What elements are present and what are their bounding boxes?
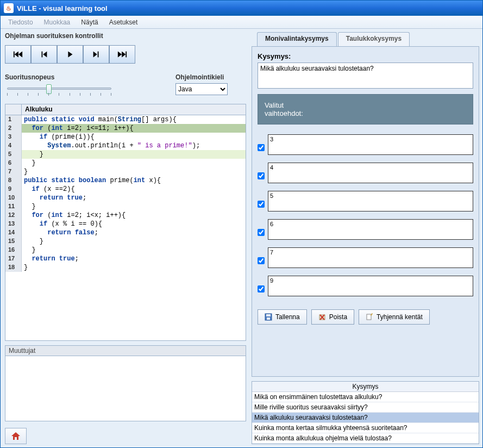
- clear-icon: [366, 313, 373, 321]
- choice-input[interactable]: 3: [268, 134, 473, 155]
- question-list-header: Kysymys: [252, 382, 479, 392]
- choice-row: 3: [258, 134, 473, 155]
- code-line[interactable]: 15 }: [5, 237, 246, 246]
- question-list-item[interactable]: Mikä alkuluku seuraavaksi tulostetaan?: [252, 413, 479, 423]
- svg-rect-14: [267, 318, 270, 320]
- tab-taulukko[interactable]: Taulukkokysymys: [338, 32, 410, 46]
- svg-rect-10: [126, 52, 127, 58]
- rewind-start-button[interactable]: [5, 45, 31, 64]
- choice-checkbox[interactable]: [258, 285, 265, 293]
- variables-panel: [5, 356, 246, 421]
- svg-marker-9: [122, 52, 126, 58]
- svg-rect-0: [14, 52, 15, 58]
- code-line[interactable]: 11 }: [5, 202, 246, 211]
- code-line[interactable]: 6 }: [5, 159, 246, 167]
- menubar: Tiedosto Muokkaa Näytä Asetukset: [1, 16, 482, 29]
- code-line[interactable]: 4 System.out.println(i + " is a prime!")…: [5, 141, 246, 150]
- choice-input[interactable]: 7: [268, 247, 473, 268]
- question-list-item[interactable]: Kuinka monta alkulukua ohjelma vielä tul…: [252, 433, 479, 444]
- svg-rect-7: [98, 52, 99, 58]
- code-line[interactable]: 12 for (int i=2; i<x; i++){: [5, 211, 246, 220]
- question-list-item[interactable]: Mikä on ensimmäinen tulostettava alkuluk…: [252, 392, 479, 402]
- question-list: Kysymys Mikä on ensimmäinen tulostettava…: [252, 381, 479, 444]
- code-panel: Alkuluku 1public static void main(String…: [5, 104, 246, 341]
- step-back-button[interactable]: [31, 45, 57, 64]
- code-line[interactable]: 18}: [5, 263, 246, 272]
- code-line[interactable]: 5 }: [5, 150, 246, 159]
- choice-row: 6: [258, 219, 473, 240]
- code-line[interactable]: 2 for (int i=2; i<=11; i++){: [5, 124, 246, 133]
- delete-button[interactable]: Poista: [311, 309, 354, 325]
- variables-title: Muuttujat: [5, 345, 246, 356]
- svg-marker-4: [43, 52, 47, 58]
- menu-nayta[interactable]: Näytä: [76, 17, 103, 27]
- choice-checkbox[interactable]: [258, 257, 265, 264]
- lang-label: Ohjelmointikieli: [175, 73, 246, 81]
- svg-marker-8: [118, 52, 122, 58]
- play-button[interactable]: [57, 45, 83, 64]
- code-body[interactable]: 1public static void main(String[] args){…: [5, 115, 246, 340]
- svg-marker-5: [68, 52, 72, 58]
- home-button[interactable]: [5, 428, 27, 444]
- choices-header: Valitut vaihtoehdot:: [258, 94, 473, 125]
- playback-controls: [5, 45, 246, 64]
- delete-icon: [318, 313, 326, 321]
- code-line[interactable]: 16 }: [5, 246, 246, 254]
- code-line[interactable]: 3 if (prime(i)){: [5, 133, 246, 141]
- code-line[interactable]: 9 if (x ==2){: [5, 185, 246, 194]
- code-line[interactable]: 10 return true;: [5, 194, 246, 202]
- code-line[interactable]: 7}: [5, 167, 246, 176]
- controls-title: Ohjelman suorituksen kontrollit: [5, 32, 246, 40]
- java-icon: ♨: [4, 3, 14, 13]
- choice-input[interactable]: 5: [268, 191, 473, 211]
- choice-row: 5: [258, 191, 473, 211]
- code-line[interactable]: 14 return false;: [5, 228, 246, 237]
- choice-checkbox[interactable]: [258, 144, 265, 151]
- svg-rect-13: [266, 314, 271, 316]
- code-line[interactable]: 17 return true;: [5, 254, 246, 263]
- question-panel: Kysymys: Mikä alkuluku seuraavaksi tulos…: [252, 46, 479, 377]
- choice-checkbox[interactable]: [258, 229, 265, 236]
- menu-tiedosto[interactable]: Tiedosto: [3, 17, 39, 27]
- choice-checkbox[interactable]: [258, 172, 265, 179]
- choice-input[interactable]: 9: [268, 276, 473, 296]
- question-list-item[interactable]: Mille riville suoritus seuraavaksi siirt…: [252, 402, 479, 413]
- choice-row: 9: [258, 276, 473, 296]
- question-list-item[interactable]: Kuinka monta kertaa silmukka yhteensä su…: [252, 423, 479, 433]
- window-title: ViLLE - visual learning tool: [17, 4, 108, 13]
- svg-marker-11: [11, 432, 20, 440]
- save-icon: [265, 313, 272, 321]
- code-line[interactable]: 13 if (x % i == 0){: [5, 220, 246, 228]
- svg-rect-3: [42, 52, 43, 58]
- home-icon: [11, 432, 20, 440]
- choice-input[interactable]: 6: [268, 219, 473, 240]
- svg-rect-18: [367, 314, 371, 320]
- code-title: Alkuluku: [22, 104, 246, 115]
- titlebar: ♨ ViLLE - visual learning tool: [1, 1, 482, 16]
- question-label: Kysymys:: [258, 52, 473, 60]
- forward-end-button[interactable]: [109, 45, 135, 64]
- step-forward-button[interactable]: [83, 45, 109, 64]
- menu-asetukset[interactable]: Asetukset: [104, 17, 143, 27]
- save-button[interactable]: Tallenna: [258, 309, 307, 325]
- choice-input[interactable]: 4: [268, 163, 473, 183]
- svg-marker-6: [93, 52, 97, 58]
- svg-marker-1: [15, 52, 18, 58]
- choice-row: 4: [258, 163, 473, 183]
- code-line[interactable]: 8public static boolean prime(int x){: [5, 176, 246, 185]
- menu-muokkaa[interactable]: Muokkaa: [39, 17, 76, 27]
- choice-row: 7: [258, 247, 473, 268]
- clear-button[interactable]: Tyhjennä kentät: [359, 309, 430, 325]
- code-line[interactable]: 1public static void main(String[] args){: [5, 115, 246, 124]
- choice-checkbox[interactable]: [258, 201, 265, 208]
- speed-label: Suoritusnopeus: [5, 73, 148, 81]
- svg-marker-2: [18, 52, 22, 58]
- tab-monivalinta[interactable]: Monivalintakysymys: [257, 32, 337, 46]
- question-text[interactable]: Mikä alkuluku seuraavaksi tulostetaan?: [258, 63, 473, 89]
- speed-slider[interactable]: [5, 83, 114, 99]
- language-select[interactable]: Java: [175, 83, 228, 95]
